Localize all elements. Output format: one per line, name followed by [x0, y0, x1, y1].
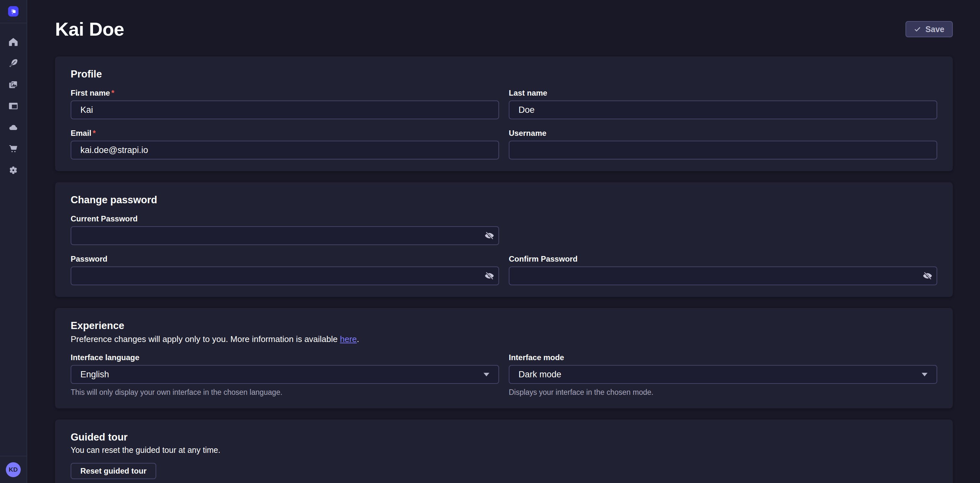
username-input[interactable] — [509, 141, 937, 159]
interface-language-value: English — [80, 370, 109, 379]
username-field: Username — [509, 128, 937, 159]
toggle-password-visibility-button[interactable] — [920, 268, 935, 284]
new-password-field: Password — [71, 254, 499, 285]
sidebar-item-content-manager[interactable] — [8, 101, 19, 111]
sidebar-header — [0, 0, 27, 23]
eye-slash-icon — [484, 271, 495, 281]
interface-mode-field: Interface mode Dark mode Displays your i… — [509, 353, 937, 397]
sidebar-item-content-type-builder[interactable] — [8, 58, 19, 68]
sidebar-item-cloud[interactable] — [8, 123, 19, 132]
guided-tour-description: You can reset the guided tour at any tim… — [71, 445, 937, 455]
page-title: Kai Doe — [55, 18, 124, 40]
first-name-field: First name* — [71, 88, 499, 119]
reset-guided-tour-button[interactable]: Reset guided tour — [71, 463, 156, 479]
interface-language-label: Interface language — [71, 353, 499, 362]
interface-mode-label: Interface mode — [509, 353, 937, 362]
interface-mode-select[interactable]: Dark mode — [509, 365, 937, 384]
last-name-input[interactable] — [509, 100, 937, 119]
interface-mode-value: Dark mode — [519, 370, 561, 379]
confirm-password-input[interactable] — [509, 266, 937, 285]
sidebar-item-home[interactable] — [8, 37, 19, 47]
sidebar-nav — [0, 23, 27, 175]
toggle-password-visibility-button[interactable] — [482, 268, 497, 284]
confirm-password-label: Confirm Password — [509, 254, 937, 264]
cloud-icon — [8, 123, 18, 132]
profile-card-title: Profile — [71, 68, 937, 80]
guided-tour-card-title: Guided tour — [71, 431, 937, 443]
guided-tour-card: Guided tour You can reset the guided tou… — [55, 419, 953, 483]
interface-language-field: Interface language English This will onl… — [71, 353, 499, 397]
page-header: Kai Doe Save — [27, 0, 980, 40]
check-icon — [914, 26, 921, 33]
required-marker: * — [111, 89, 114, 97]
interface-language-hint: This will only display your own interfac… — [71, 388, 499, 397]
current-password-label: Current Password — [71, 214, 499, 224]
cards-stack: Profile First name* Last name — [27, 40, 980, 483]
chevron-down-icon — [922, 373, 928, 376]
username-label: Username — [509, 128, 937, 138]
experience-description: Preference changes will apply only to yo… — [71, 333, 937, 345]
home-icon — [8, 37, 18, 47]
save-button-label: Save — [926, 25, 944, 34]
sidebar-item-marketplace[interactable] — [8, 144, 19, 154]
toggle-password-visibility-button[interactable] — [482, 228, 497, 244]
experience-card-title: Experience — [71, 320, 937, 332]
main-content: Kai Doe Save Profile First name* — [27, 0, 980, 483]
confirm-password-field: Confirm Password — [509, 254, 937, 285]
grid-spacer — [509, 214, 937, 245]
change-password-card: Change password Current Password — [55, 182, 953, 297]
new-password-input[interactable] — [71, 266, 499, 285]
avatar[interactable]: KD — [6, 462, 21, 477]
content-manager-layout-icon — [8, 101, 18, 111]
email-label: Email* — [71, 128, 499, 138]
eye-slash-icon — [922, 271, 933, 281]
marketplace-cart-icon — [8, 144, 18, 154]
sidebar-footer: KD — [0, 456, 27, 483]
email-field: Email* — [71, 128, 499, 159]
chevron-down-icon — [484, 373, 489, 376]
current-password-field: Current Password — [71, 214, 499, 245]
eye-slash-icon — [484, 231, 495, 241]
first-name-label: First name* — [71, 88, 499, 98]
experience-card: Experience Preference changes will apply… — [55, 308, 953, 408]
feather-icon — [8, 58, 18, 68]
strapi-logo[interactable] — [8, 6, 19, 16]
sidebar-item-settings[interactable] — [8, 165, 19, 175]
strapi-admin-app: KD Kai Doe Save Profile First name* — [0, 0, 980, 483]
email-input[interactable] — [71, 141, 499, 159]
save-button[interactable]: Save — [905, 21, 953, 37]
first-name-input[interactable] — [71, 100, 499, 119]
change-password-card-title: Change password — [71, 194, 937, 206]
current-password-input[interactable] — [71, 226, 499, 245]
media-library-icon — [8, 80, 18, 89]
settings-gear-icon — [8, 165, 18, 175]
strapi-logo-icon — [8, 6, 19, 16]
new-password-label: Password — [71, 254, 499, 264]
last-name-field: Last name — [509, 88, 937, 119]
last-name-label: Last name — [509, 88, 937, 98]
required-marker: * — [93, 129, 95, 137]
sidebar: KD — [0, 0, 27, 483]
interface-mode-hint: Displays your interface in the chosen mo… — [509, 388, 937, 397]
interface-language-select[interactable]: English — [71, 365, 499, 384]
sidebar-item-media-library[interactable] — [8, 80, 19, 89]
more-information-link[interactable]: here — [340, 334, 357, 344]
profile-card: Profile First name* Last name — [55, 56, 953, 171]
